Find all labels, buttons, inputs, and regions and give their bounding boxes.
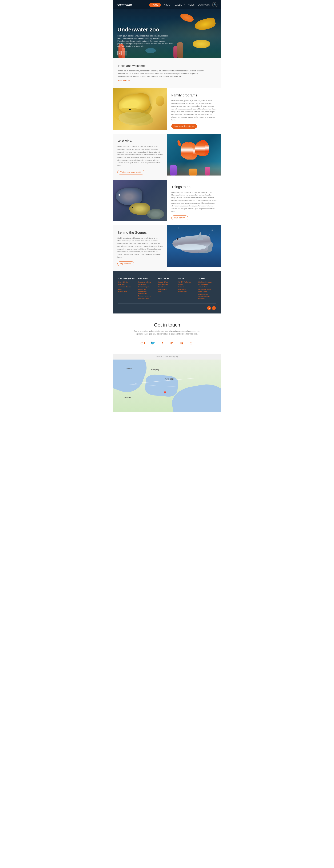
hero-arrows: ‹ ›	[117, 51, 127, 56]
welcome-title: Hello and welcome!	[118, 64, 216, 68]
footer-link-accommodation[interactable]: Accommodation Packages	[198, 296, 216, 299]
nav-item-about[interactable]: ABOUT	[164, 4, 171, 6]
footer: Visit the Aquarium Hours & Rates Directi…	[113, 271, 221, 313]
nav-item-gallery[interactable]: GALLERY	[175, 4, 185, 6]
footer-link-animals[interactable]: Animals & Exhibits	[118, 286, 136, 288]
footer-link-single-visit[interactable]: Single Visit Season	[198, 281, 216, 283]
get-in-touch-description: Sed ut perspiciatis unde omnis is natus …	[132, 330, 202, 335]
footer-link-distance[interactable]: Distance Learning	[138, 295, 156, 297]
family-programs-title: Family programs	[171, 93, 217, 97]
family-programs-content: Family programs Morbi nunc odio, gravida…	[167, 88, 221, 134]
welcome-section: Hello and welcome! Lorem ipsum dolor sit…	[113, 58, 221, 88]
footer-link-directions[interactable]: Directions	[118, 284, 136, 285]
google-plus-icon[interactable]: G+	[140, 340, 147, 347]
map-water-left	[113, 360, 151, 397]
site-logo: Aquarium	[116, 2, 149, 7]
footer-link-volunteer[interactable]: Volunteer	[158, 286, 176, 288]
footer-link-hours[interactable]: Hours & Rates	[118, 281, 136, 283]
map-background: Newark Jersey City New York Elizabeth 📍	[113, 360, 221, 412]
map-label-elizabeth: Elizabeth	[124, 397, 131, 399]
coral-fish-bg	[167, 134, 221, 176]
dark-fish-bg	[113, 180, 167, 221]
footer-link-special-offers[interactable]: Special Offers	[158, 281, 176, 283]
search-icon[interactable]: 🔍	[212, 2, 218, 7]
footer-col-visit-title: Visit the Aquarium	[118, 277, 136, 279]
behind-scenes-content: Behind the Scenes Morbi nunc odio, gravi…	[113, 225, 167, 271]
nav-item-contacts[interactable]: CONTACTS	[198, 4, 210, 6]
footer-link-resource[interactable]: Our resource	[178, 291, 196, 292]
pinterest-icon[interactable]: ℗	[168, 340, 175, 347]
hero-title: Underwater zoo	[117, 26, 173, 33]
header: Aquarium HOME ABOUT GALLERY NEWS CONTACT…	[113, 0, 221, 58]
footer-link-group-sales[interactable]: Group Sales	[118, 291, 136, 292]
wild-view-cta[interactable]: Visit our new photo blog >>	[117, 170, 144, 175]
footer-col-about: About Wildlife Wellbeing Green Careers C…	[178, 277, 196, 300]
yellow-fish-bg	[113, 88, 167, 130]
footer-col-quicklinks-title: Quick Links	[158, 277, 176, 279]
footer-link-wildlife[interactable]: Wildlife Wellbeing	[178, 281, 196, 283]
navigation: Aquarium HOME ABOUT GALLERY NEWS CONTACT…	[113, 0, 221, 9]
footer-link-careers[interactable]: Careers	[178, 286, 196, 288]
rss-icon[interactable]: ⊕	[188, 340, 194, 347]
hero-description: Lorem ipsum dolor sit amet, consectetuer…	[117, 35, 173, 48]
coral-fish-image	[167, 134, 221, 176]
linkedin-icon[interactable]: in	[178, 340, 185, 347]
wild-view-content: Wild view Morbi nunc odio, gravida at, c…	[113, 134, 167, 180]
things-to-do-section: Things to do Morbi nunc odio, gravida at…	[113, 180, 221, 225]
family-programs-text: Morbi nunc odio, gravida at, cursus nec,…	[171, 99, 217, 121]
footer-col-about-title: About	[178, 277, 196, 279]
footer-link-green[interactable]: Green	[178, 284, 196, 285]
copyright: Aquarium © 2015. Privacy policy.	[113, 353, 221, 360]
things-to-do-cta[interactable]: learn more >>	[171, 215, 188, 220]
behind-scenes-section: Behind the Scenes Morbi nunc odio, gravi…	[113, 225, 221, 271]
footer-link-gift[interactable]: Gift Vouchers	[198, 293, 216, 295]
hero-section: Underwater zoo Lorem ipsum dolor sit ame…	[113, 9, 221, 58]
scroll-up-button[interactable]: ▲	[207, 306, 211, 310]
nav-menu: HOME ABOUT GALLERY NEWS CONTACTS	[149, 3, 210, 6]
nav-item-home[interactable]: HOME	[149, 3, 161, 7]
behind-scenes-cta[interactable]: buy tickets >>	[117, 261, 134, 266]
shark-bg	[167, 225, 221, 267]
footer-link-volunteers[interactable]: Volunteers	[138, 284, 156, 285]
wild-view-title: Wild view	[117, 139, 163, 143]
footer-col-tickets-title: Tickets	[198, 277, 216, 279]
footer-link-group-tickets[interactable]: Group Tickets	[198, 284, 216, 285]
nav-item-news[interactable]: NEWS	[188, 4, 195, 6]
dark-fish-image	[113, 180, 167, 221]
map-section: Newark Jersey City New York Elizabeth 📍	[113, 360, 221, 412]
hero-prev-arrow[interactable]: ‹	[117, 51, 121, 56]
map-pin: 📍	[162, 391, 168, 396]
footer-link-professional[interactable]: Professional Development	[138, 291, 156, 294]
copyright-text: Aquarium © 2015. Privacy policy.	[156, 356, 178, 358]
shark-image	[167, 225, 221, 267]
footer-col-tickets: Tickets Single Visit Season Group Ticket…	[198, 277, 216, 300]
twitter-icon[interactable]: 🐦	[149, 340, 156, 347]
footer-link-newsletters[interactable]: Newsletters	[158, 288, 176, 290]
footer-link-plan-event[interactable]: Plan an Event	[158, 284, 176, 285]
scroll-down-button[interactable]: ▼	[212, 306, 216, 310]
footer-col-education-title: Education	[138, 277, 156, 279]
yellow-fish-image	[113, 88, 167, 130]
footer-col-visit: Visit the Aquarium Hours & Rates Directi…	[118, 277, 136, 300]
footer-link-programs[interactable]: Programs & Tours	[138, 281, 156, 283]
wild-view-section: Wild view Morbi nunc odio, gravida at, c…	[113, 134, 221, 180]
get-in-touch-title: Get in touch	[118, 322, 216, 328]
read-more-link[interactable]: read more >>	[118, 80, 130, 82]
footer-bottom: ▲ ▼	[118, 303, 216, 310]
hero-next-arrow[interactable]: ›	[123, 51, 127, 56]
footer-link-faqs[interactable]: FAQs	[118, 288, 136, 290]
hero-text-area: Underwater zoo Lorem ipsum dolor sit ame…	[117, 26, 173, 48]
footer-link-annual-pass[interactable]: Annual Pass	[198, 286, 216, 288]
facebook-icon[interactable]: f	[159, 340, 166, 347]
family-programs-cta[interactable]: Learn more & register >>	[171, 124, 197, 129]
footer-link-shark-dives[interactable]: Shark Dives	[198, 291, 216, 292]
footer-grid: Visit the Aquarium Hours & Rates Directi…	[118, 277, 216, 300]
footer-link-contact[interactable]: Contact Us	[178, 288, 196, 290]
behind-scenes-text: Morbi nunc odio, gravida at, cursus nec,…	[117, 237, 163, 258]
footer-link-birthday[interactable]: Birthday Parties	[138, 298, 156, 299]
footer-col-quicklinks: Quick Links Special Offers Plan an Event…	[158, 277, 176, 300]
footer-link-membership[interactable]: Membership Pass	[198, 288, 216, 290]
footer-link-school[interactable]: School Programs	[138, 286, 156, 288]
footer-link-press[interactable]: Press	[158, 291, 176, 292]
footer-link-internships[interactable]: Internships	[138, 288, 156, 290]
